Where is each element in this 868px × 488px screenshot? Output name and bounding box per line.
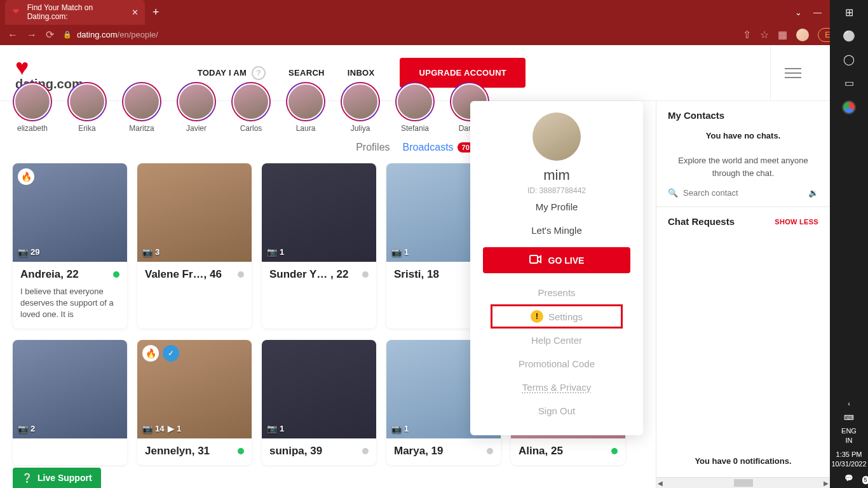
chevron-down-icon[interactable]: ⌄ <box>795 8 802 17</box>
reload-icon[interactable]: ⟳ <box>46 29 54 41</box>
tab-title: Find Your Match on Dating.com: <box>27 3 126 21</box>
close-icon[interactable]: ✕ <box>132 8 139 17</box>
lock-icon: 🔒 <box>63 30 72 39</box>
minimize-icon[interactable]: — <box>813 8 822 17</box>
profile-avatar-icon[interactable] <box>796 29 809 41</box>
search-icon[interactable]: ⚪ <box>843 30 855 42</box>
windows-taskbar: ⊞ ⚪ ◯ ▭ ‹ ⌨ ENGIN 1:35 PM10/31/2022 💬5 <box>830 0 868 45</box>
new-tab-button[interactable]: + <box>153 6 159 19</box>
star-icon[interactable]: ☆ <box>760 29 769 41</box>
heart-icon: ❤ <box>13 7 22 17</box>
tab-bar: ❤ Find Your Match on Dating.com: ✕ + ⌄ —… <box>0 0 868 24</box>
nav-bar: ← → ⟳ 🔒 dating.com/en/people/ ⇧ ☆ ▦ Erro… <box>0 24 868 45</box>
browser-chrome: ❤ Find Your Match on Dating.com: ✕ + ⌄ —… <box>0 0 868 45</box>
share-icon[interactable]: ⇧ <box>743 29 751 41</box>
windows-icon[interactable]: ⊞ <box>845 6 853 18</box>
address-bar[interactable]: 🔒 dating.com/en/people/ <box>63 30 734 39</box>
forward-icon[interactable]: → <box>27 29 37 41</box>
browser-tab[interactable]: ❤ Find Your Match on Dating.com: ✕ <box>5 0 145 25</box>
extensions-icon[interactable]: ▦ <box>778 29 787 41</box>
back-icon[interactable]: ← <box>8 29 18 41</box>
